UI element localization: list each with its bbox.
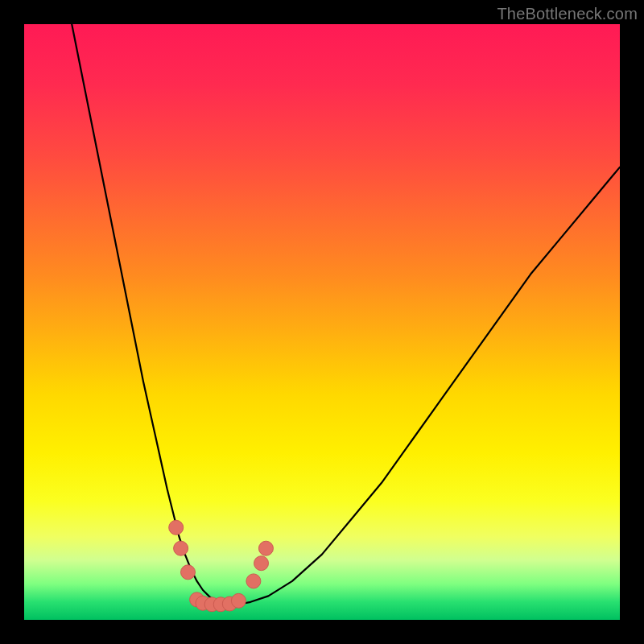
curve-marker	[181, 565, 196, 580]
curve-marker	[246, 574, 261, 588]
bottleneck-curve	[72, 24, 620, 605]
watermark-text: TheBottleneck.com	[497, 5, 638, 23]
marker-group	[169, 520, 274, 611]
outer-frame: TheBottleneck.com	[0, 0, 644, 644]
curve-marker	[258, 541, 273, 555]
plot-area	[24, 24, 620, 620]
curve-marker	[169, 520, 184, 535]
curve-marker	[254, 556, 269, 571]
curve-layer	[24, 24, 620, 620]
curve-marker	[174, 541, 188, 555]
curve-marker	[231, 593, 246, 608]
